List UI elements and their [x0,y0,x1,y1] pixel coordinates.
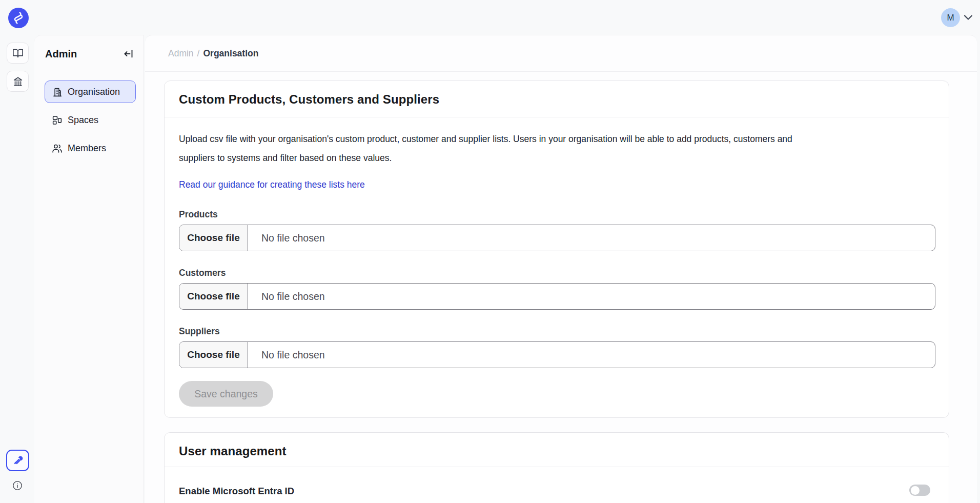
breadcrumb-admin[interactable]: Admin [168,48,194,58]
products-label: Products [179,209,934,220]
suppliers-label: Suppliers [179,326,934,337]
admin-sidebar: Admin Organisat [34,35,144,503]
info-icon[interactable] [12,480,23,491]
choose-file-button[interactable]: Choose file [179,342,248,368]
sidebar-item-label: Spaces [68,115,98,126]
avatar-initial: M [947,13,954,23]
breadcrumb-bar: Admin/Organisation [145,35,977,72]
main-content: Admin/Organisation Custom Products, Cust… [145,35,977,503]
landmark-icon [12,76,24,87]
rail-item-organisation[interactable] [7,71,29,92]
rail-item-docs[interactable] [7,43,29,64]
toggle-knob [911,486,920,495]
user-avatar[interactable]: M [941,8,960,27]
choose-file-button[interactable]: Choose file [179,225,248,251]
products-file-input[interactable]: Choose file No file chosen [179,225,935,251]
choose-file-button[interactable]: Choose file [179,284,248,309]
rail-item-admin-tools[interactable] [6,450,29,471]
card-title: Custom Products, Customers and Suppliers [179,92,439,107]
user-management-card: User management Enable Microsoft Entra I… [164,432,949,503]
sidebar-item-organisation[interactable]: Organisation [45,81,136,103]
book-open-icon [12,48,24,59]
suppliers-file-input[interactable]: Choose file No file chosen [179,341,935,368]
custom-lists-card: Custom Products, Customers and Suppliers… [164,81,949,418]
file-status-text: No file chosen [248,342,325,368]
building-icon [52,87,63,97]
breadcrumb-current-page: Organisation [203,48,258,58]
users-icon [52,143,63,154]
tools-icon [12,455,24,466]
guidance-link[interactable]: Read our guidance for creating these lis… [179,179,365,190]
save-changes-button[interactable]: Save changes [179,381,273,407]
customers-file-input[interactable]: Choose file No file chosen [179,283,935,310]
card-title: User management [179,444,287,458]
sidebar-item-label: Organisation [68,87,120,97]
breadcrumb-separator: / [197,48,200,58]
collapse-sidebar-icon[interactable] [124,49,134,59]
sidebar-title: Admin [45,48,77,60]
card-description: Upload csv file with your organisation's… [179,130,821,168]
chevron-down-icon[interactable] [963,13,974,22]
file-status-text: No file chosen [248,225,325,251]
entra-id-label: Enable Microsoft Entra ID [179,486,934,497]
entra-id-setting-row: Enable Microsoft Entra ID When enabled, … [179,486,934,503]
app-logo[interactable] [8,8,29,28]
spaces-icon [52,115,63,126]
sidebar-item-label: Members [68,143,106,154]
sidebar-item-spaces[interactable]: Spaces [45,109,136,131]
customers-label: Customers [179,268,934,278]
logo-glyph-icon [8,8,29,28]
entra-id-toggle[interactable] [909,485,930,496]
file-status-text: No file chosen [248,284,325,309]
breadcrumb: Admin/Organisation [168,48,258,59]
sidebar-item-members[interactable]: Members [45,137,136,159]
